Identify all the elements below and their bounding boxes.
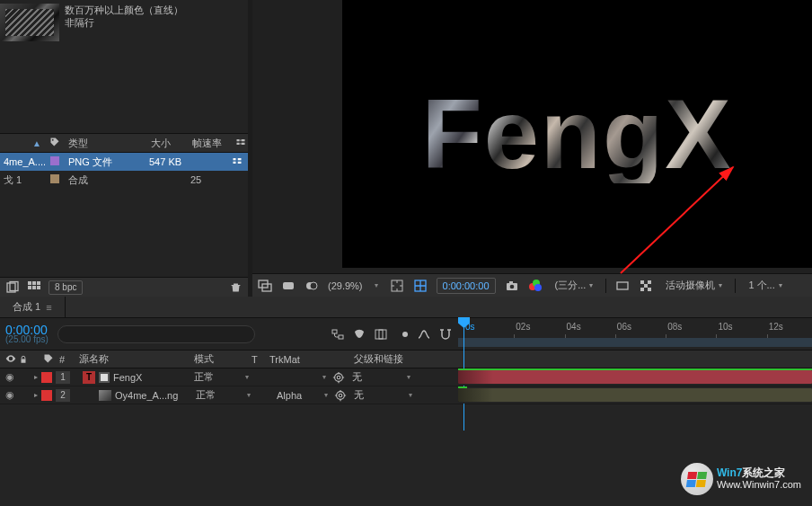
svg-rect-6 — [234, 158, 236, 160]
asset-swatch[interactable] — [45, 174, 65, 185]
project-row[interactable]: 4me_A....gPNG 文件547 KB — [0, 153, 248, 171]
ruler-tick-label: 02s — [516, 322, 530, 332]
graph-icon[interactable] — [417, 327, 431, 342]
snapshot-icon[interactable] — [505, 279, 519, 293]
alpha-icon[interactable] — [281, 279, 296, 293]
timeline-tab[interactable]: 合成 1 ≡ — [0, 297, 66, 317]
visibility-toggle[interactable]: ◉ — [5, 389, 18, 401]
project-columns-header[interactable]: ▲ 类型 大小 帧速率 — [0, 133, 248, 153]
col-fps[interactable]: 帧速率 — [192, 137, 234, 150]
chevron-down-icon[interactable]: ▾ — [404, 373, 413, 381]
safe-zones-icon[interactable] — [390, 279, 404, 293]
trash-icon[interactable] — [228, 280, 243, 295]
work-area-bar[interactable] — [458, 338, 812, 347]
flow-column-icon[interactable] — [234, 137, 248, 149]
timeline-search-input[interactable] — [57, 325, 255, 343]
layer-name[interactable]: FengX — [113, 372, 187, 383]
svg-rect-9 — [238, 162, 242, 164]
eye-column-icon[interactable] — [5, 353, 16, 364]
svg-point-0 — [52, 139, 54, 141]
col-index[interactable]: # — [59, 354, 79, 365]
pickwhip-icon[interactable] — [334, 389, 347, 402]
transparency-grid-icon[interactable] — [639, 279, 653, 293]
text-layer-icon: T — [83, 371, 95, 384]
composition-preview[interactable]: FengX — [252, 0, 812, 273]
layer-color-swatch[interactable] — [41, 372, 52, 383]
asset-type: 合成 — [65, 173, 149, 187]
interlace-label: 非隔行 — [65, 16, 183, 29]
layer-clip[interactable] — [458, 370, 812, 384]
channel-icon[interactable] — [528, 279, 543, 293]
timeline-ruler[interactable]: 0s02s04s06s08s10s12s — [458, 318, 812, 350]
project-row[interactable]: 戈 1合成25 — [0, 171, 248, 189]
parent-dropdown[interactable]: 无 — [350, 388, 402, 402]
col-mode[interactable]: 模式 — [194, 352, 252, 366]
views-dropdown[interactable]: 1 个... ▾ — [745, 278, 785, 294]
sort-arrow-icon[interactable]: ▲ — [0, 138, 45, 148]
motion-blur-icon[interactable] — [395, 327, 410, 342]
tab-menu-icon[interactable]: ≡ — [46, 302, 51, 313]
project-panel: 数百万种以上颜色（直线） 非隔行 ▲ 类型 大小 帧速率 4me_A....gP… — [0, 0, 248, 297]
col-type[interactable]: 类型 — [65, 137, 151, 150]
asset-meta: 数百万种以上颜色（直线） 非隔行 — [59, 0, 189, 45]
comp-flow-icon[interactable] — [331, 327, 345, 342]
label-column-icon[interactable] — [43, 353, 54, 364]
grid-icon[interactable] — [413, 279, 428, 293]
pixel-icon[interactable] — [27, 280, 41, 295]
camera-dropdown[interactable]: 活动摄像机 ▾ — [662, 278, 726, 294]
col-parent[interactable]: 父级和链接 — [354, 352, 453, 366]
snap-icon[interactable] — [438, 327, 453, 342]
label-column-icon[interactable] — [45, 137, 65, 149]
interpret-icon[interactable] — [5, 280, 20, 295]
timeline-search[interactable] — [57, 325, 255, 343]
asset-swatch[interactable] — [45, 156, 65, 167]
lock-column-icon[interactable] — [19, 355, 28, 364]
resolution-dropdown[interactable]: (三分... ▾ — [552, 278, 597, 294]
svg-rect-22 — [283, 282, 294, 289]
chevron-down-icon[interactable]: ▾ — [244, 391, 253, 399]
svg-rect-13 — [28, 281, 31, 285]
zoom-level[interactable]: (29.9%) — [328, 280, 363, 291]
svg-rect-8 — [238, 158, 242, 160]
blend-mode-dropdown[interactable]: 正常 — [192, 388, 241, 402]
col-t[interactable]: T — [252, 354, 269, 365]
svg-rect-34 — [640, 280, 644, 284]
shy-icon[interactable] — [352, 327, 366, 342]
timeline-tab-label: 合成 1 — [13, 300, 40, 314]
bpc-indicator[interactable]: 8 bpc — [49, 280, 83, 295]
col-source[interactable]: 源名称 — [79, 352, 194, 366]
layer-color-swatch[interactable] — [41, 390, 52, 401]
chevron-down-icon[interactable]: ▾ — [243, 373, 252, 381]
expand-triangle-icon[interactable]: ▸ — [34, 391, 38, 399]
timecode-display[interactable]: 0:00:00:00 — [437, 278, 496, 294]
layer-row[interactable]: ◉▸1TFengX正常▾▾无▾ — [0, 368, 812, 386]
pickwhip-icon[interactable] — [332, 371, 345, 384]
chevron-down-icon[interactable]: ▾ — [406, 391, 415, 399]
flow-icon[interactable] — [232, 155, 246, 168]
col-trkmat[interactable]: TrkMat — [269, 354, 325, 365]
svg-rect-1 — [237, 139, 240, 141]
visibility-toggle[interactable]: ◉ — [5, 371, 18, 383]
chevron-down-icon: ▾ — [589, 281, 593, 289]
parent-dropdown[interactable]: 无 — [349, 370, 401, 384]
magnify-icon[interactable] — [258, 279, 272, 293]
zoom-chevron-icon[interactable]: ▾ — [372, 281, 381, 289]
windows-logo-icon — [681, 463, 713, 495]
views-label: 1 个... — [748, 279, 774, 292]
expand-triangle-icon[interactable]: ▸ — [34, 373, 38, 381]
roi-icon[interactable] — [615, 279, 630, 293]
mask-icon[interactable] — [304, 279, 319, 293]
chevron-down-icon[interactable]: ▾ — [320, 373, 329, 381]
chevron-down-icon[interactable]: ▾ — [322, 391, 331, 399]
svg-rect-44 — [22, 359, 26, 362]
layer-clip[interactable] — [458, 388, 812, 402]
layer-name[interactable]: Oy4me_A...ng — [115, 390, 189, 401]
svg-rect-39 — [332, 330, 337, 333]
trkmat-dropdown[interactable]: Alpha — [273, 390, 318, 401]
col-size[interactable]: 大小 — [151, 137, 192, 150]
layer-row[interactable]: ◉▸2Oy4me_A...ng正常▾Alpha▾无▾ — [0, 386, 812, 404]
asset-thumbnail[interactable] — [0, 4, 59, 41]
layer-thumb-icon — [99, 390, 111, 401]
frame-blend-icon[interactable] — [374, 327, 388, 342]
blend-mode-dropdown[interactable]: 正常 — [190, 370, 239, 384]
